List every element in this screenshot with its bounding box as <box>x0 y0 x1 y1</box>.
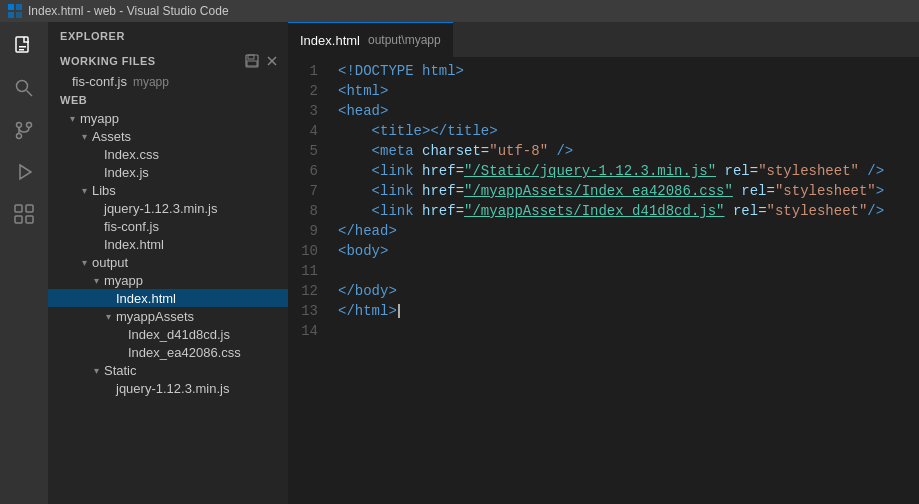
tree-item-index-d41[interactable]: Index_d41d8cd.js <box>48 325 288 343</box>
svg-line-8 <box>27 91 33 97</box>
web-section-header[interactable]: WEB <box>48 91 288 109</box>
spacer <box>100 290 116 306</box>
debug-icon[interactable] <box>4 152 44 192</box>
working-file-name: fis-conf.js <box>72 74 127 89</box>
title-bar: Index.html - web - Visual Studio Code <box>0 0 919 22</box>
tree-item-fis-conf[interactable]: fis-conf.js <box>48 217 288 235</box>
code-line-11 <box>338 261 919 281</box>
svg-rect-17 <box>26 216 33 223</box>
code-line-5: <meta charset="utf-8" /> <box>338 141 919 161</box>
spacer <box>112 344 128 360</box>
activity-bar <box>0 22 48 504</box>
line-5: 5 <box>288 141 318 161</box>
tab-bar: Index.html output\myapp <box>288 22 919 57</box>
tree-item-index-html-selected[interactable]: Index.html <box>48 289 288 307</box>
tree-item-static[interactable]: Static <box>48 361 288 379</box>
tree-item-index-js[interactable]: Index.js <box>48 163 288 181</box>
spacer <box>88 200 104 216</box>
tree-item-myapp[interactable]: myapp <box>48 109 288 127</box>
svg-rect-1 <box>16 4 22 10</box>
code-line-12: </body> <box>338 281 919 301</box>
chevron-icon <box>64 110 80 126</box>
tree-item-index-css[interactable]: Index.css <box>48 145 288 163</box>
spacer <box>100 380 116 396</box>
line-12: 12 <box>288 281 318 301</box>
tab-path: output\myapp <box>368 33 441 47</box>
svg-rect-2 <box>8 12 14 18</box>
working-files-actions <box>244 53 280 69</box>
tree-item-jquery-static[interactable]: jquery-1.12.3.min.js <box>48 379 288 397</box>
svg-rect-6 <box>19 49 24 51</box>
svg-rect-20 <box>247 61 257 66</box>
chevron-icon <box>88 272 104 288</box>
code-line-9: </head> <box>338 221 919 241</box>
code-area[interactable]: <!DOCTYPE html> <html> <head> <title></t… <box>328 57 919 504</box>
main-layout: EXPLORER WORKING FILES <box>0 22 919 504</box>
git-icon[interactable] <box>4 110 44 150</box>
code-line-10: <body> <box>338 241 919 261</box>
line-numbers: 1 2 3 4 5 6 7 8 9 10 11 12 13 14 <box>288 57 328 504</box>
spacer <box>112 326 128 342</box>
code-line-6: <link href="/Static/jquery-1.12.3.min.js… <box>338 161 919 181</box>
tree-item-assets[interactable]: Assets <box>48 127 288 145</box>
tree-item-myappassets[interactable]: myappAssets <box>48 307 288 325</box>
spacer <box>88 236 104 252</box>
tree-item-index-html-root[interactable]: Index.html <box>48 235 288 253</box>
tree-item-output[interactable]: output <box>48 253 288 271</box>
spacer <box>88 146 104 162</box>
svg-rect-5 <box>19 46 26 48</box>
extensions-icon[interactable] <box>4 194 44 234</box>
code-line-3: <head> <box>338 101 919 121</box>
svg-point-9 <box>17 123 22 128</box>
spacer <box>88 164 104 180</box>
code-line-2: <html> <box>338 81 919 101</box>
editor-content[interactable]: 1 2 3 4 5 6 7 8 9 10 11 12 13 14 <!DOCTY… <box>288 57 919 504</box>
svg-point-7 <box>17 81 28 92</box>
line-4: 4 <box>288 121 318 141</box>
svg-rect-15 <box>26 205 33 212</box>
title-bar-text: Index.html - web - Visual Studio Code <box>28 4 229 18</box>
chevron-icon <box>100 308 116 324</box>
web-label: WEB <box>60 94 87 106</box>
working-file-scope: myapp <box>133 75 169 89</box>
close-all-icon[interactable] <box>264 53 280 69</box>
line-8: 8 <box>288 201 318 221</box>
app-icon <box>8 4 22 18</box>
editor-area: Index.html output\myapp 1 2 3 4 5 6 7 8 … <box>288 22 919 504</box>
svg-rect-16 <box>15 216 22 223</box>
line-10: 10 <box>288 241 318 261</box>
line-2: 2 <box>288 81 318 101</box>
line-14: 14 <box>288 321 318 341</box>
code-line-14 <box>338 321 919 341</box>
tab-index-html[interactable]: Index.html output\myapp <box>288 22 453 57</box>
line-3: 3 <box>288 101 318 121</box>
code-line-4: <title></title> <box>338 121 919 141</box>
search-icon[interactable] <box>4 68 44 108</box>
svg-rect-14 <box>15 205 22 212</box>
svg-marker-13 <box>20 165 31 179</box>
working-file-item[interactable]: fis-conf.js myapp <box>48 72 288 91</box>
line-11: 11 <box>288 261 318 281</box>
code-line-1: <!DOCTYPE html> <box>338 61 919 81</box>
chevron-icon <box>88 362 104 378</box>
svg-point-11 <box>17 134 22 139</box>
files-icon[interactable] <box>4 26 44 66</box>
tab-filename: Index.html <box>300 33 360 48</box>
working-files-header[interactable]: WORKING FILES <box>48 50 288 72</box>
tree-item-libs[interactable]: Libs <box>48 181 288 199</box>
save-all-icon[interactable] <box>244 53 260 69</box>
svg-point-10 <box>27 123 32 128</box>
file-tree: myapp Assets Index.css Index.js Libs <box>48 109 288 504</box>
tree-item-myapp-output[interactable]: myapp <box>48 271 288 289</box>
chevron-icon <box>76 254 92 270</box>
sidebar: EXPLORER WORKING FILES <box>48 22 288 504</box>
code-line-8: <link href="/myappAssets/Index_d41d8cd.j… <box>338 201 919 221</box>
tree-item-index-ea4[interactable]: Index_ea42086.css <box>48 343 288 361</box>
line-1: 1 <box>288 61 318 81</box>
line-7: 7 <box>288 181 318 201</box>
svg-rect-0 <box>8 4 14 10</box>
line-9: 9 <box>288 221 318 241</box>
tree-item-jquery-libs[interactable]: jquery-1.12.3.min.js <box>48 199 288 217</box>
sidebar-title: EXPLORER <box>48 22 288 50</box>
code-line-13: </html> <box>338 301 919 321</box>
